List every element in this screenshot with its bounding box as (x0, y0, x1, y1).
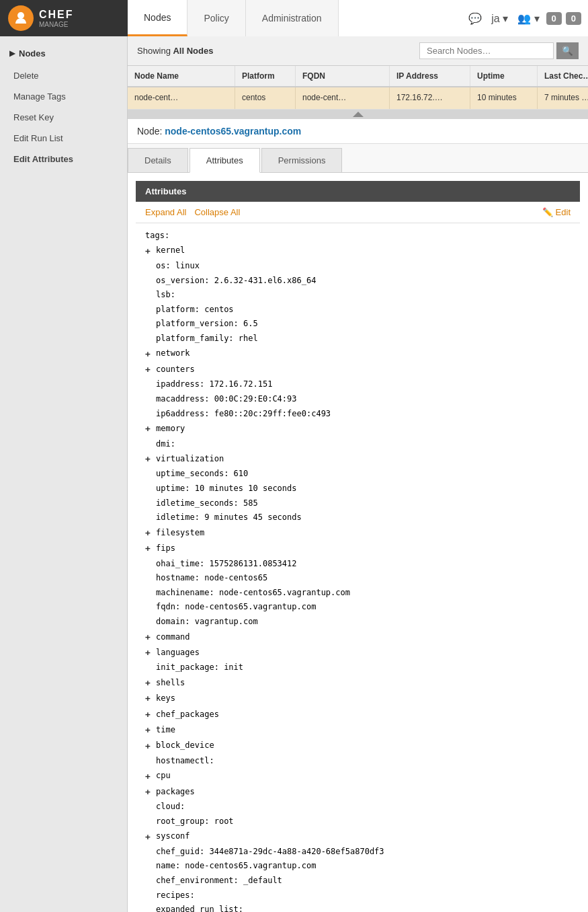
sidebar-item-manage-tags[interactable]: Manage Tags (0, 86, 127, 107)
attr-tree-item[interactable]: + network (145, 346, 571, 362)
badge-1: 0 (546, 12, 562, 25)
attr-tree-item[interactable]: + memory (145, 421, 571, 436)
attr-tree-item: init_package: init (145, 660, 571, 675)
attr-tree-item[interactable]: + block_device (145, 738, 571, 754)
sidebar: ▶ Nodes Delete Manage Tags Reset Key Edi… (0, 36, 128, 912)
cell-platform: centos (235, 87, 296, 109)
attr-tree-item: os: linux (145, 259, 571, 274)
scroll-arrow-icon (353, 112, 364, 117)
showing-text: Showing All Nodes (137, 46, 213, 56)
cell-fqdn: node-cent… (296, 87, 390, 109)
attr-tree-item[interactable]: + packages (145, 784, 571, 800)
detail-tabs: Details Attributes Permissions (128, 144, 588, 173)
chat-icon-button[interactable]: 💬 (466, 9, 485, 28)
sidebar-item-edit-attributes[interactable]: Edit Attributes (0, 149, 127, 169)
cell-uptime: 10 minutes (470, 87, 538, 109)
nav-right: 💬 ja ▾ 👥 ▾ 0 0 (339, 0, 588, 36)
attr-tree-item: expanded_run_list: (145, 903, 571, 912)
expand-icon: + (145, 525, 153, 541)
nav-tab-policy[interactable]: Policy (187, 0, 245, 36)
attr-tree-item: tags: (145, 229, 571, 243)
nodes-table: Node Name Platform FQDN IP Address Uptim… (128, 66, 588, 110)
edit-link[interactable]: ✏️ Edit (542, 207, 571, 217)
nav-tab-administration[interactable]: Administration (246, 0, 339, 36)
table-row[interactable]: node-cent… centos node-cent… 172.16.72.…… (128, 87, 588, 110)
attr-tree-item: cloud: (145, 800, 571, 814)
attr-tree-item[interactable]: + virtualization (145, 451, 571, 467)
attr-tree-item[interactable]: + keys (145, 691, 571, 706)
attr-tree-item: uptime: 10 minutes 10 seconds (145, 482, 571, 496)
expand-icon: + (145, 243, 153, 259)
cell-node-name: node-cent… (128, 87, 235, 109)
expand-icon: + (145, 645, 153, 660)
attr-tree-item: chef_environment: _default (145, 874, 571, 888)
sidebar-item-edit-run-list[interactable]: Edit Run List (0, 128, 127, 149)
sidebar-nodes-heading[interactable]: ▶ Nodes (0, 42, 127, 65)
tab-attributes[interactable]: Attributes (190, 148, 260, 173)
attr-tree-item: lsb: (145, 288, 571, 303)
scroll-hint (128, 110, 588, 119)
attr-tree-item: os_version: 2.6.32-431.el6.x86_64 (145, 274, 571, 289)
attributes-header: Attributes (136, 181, 580, 202)
attr-tree-item[interactable]: + filesystem (145, 525, 571, 541)
sidebar-arrow-icon: ▶ (9, 49, 15, 58)
sidebar-item-delete[interactable]: Delete (0, 65, 127, 86)
expand-icon: + (145, 707, 153, 722)
attr-tree-item: idletime_seconds: 585 (145, 496, 571, 511)
expand-icon: + (145, 675, 153, 691)
attr-tree-item[interactable]: + languages (145, 645, 571, 660)
chef-logo (8, 5, 34, 31)
user-dropdown-button[interactable]: ja ▾ (489, 9, 511, 28)
col-ip: IP Address (390, 66, 470, 86)
expand-icon: + (145, 346, 153, 362)
attr-tree-item[interactable]: + counters (145, 362, 571, 377)
attr-tree-item: platform_family: rhel (145, 332, 571, 346)
collapse-all-link[interactable]: Collapse All (194, 207, 240, 217)
node-header: Node: node-centos65.vagrantup.com (128, 119, 588, 144)
attr-tree-item: ipaddress: 172.16.72.151 (145, 377, 571, 392)
expand-icon: + (145, 691, 153, 706)
expand-icon: + (145, 362, 153, 377)
tab-permissions[interactable]: Permissions (261, 148, 343, 172)
attr-tree-item: ip6address: fe80::20c:29ff:fee0:c493 (145, 407, 571, 422)
expand-icon: + (145, 421, 153, 436)
cell-last-check: 7 minutes … (538, 87, 588, 109)
expand-icon: + (145, 630, 153, 645)
attr-tree-item[interactable]: + fips (145, 541, 571, 556)
attribute-tree: tags:+ kernelos: linuxos_version: 2.6.32… (136, 223, 580, 912)
content-area: Showing All Nodes 🔍 Node Name Platform F… (128, 36, 588, 912)
attr-tree-item: idletime: 9 minutes 45 seconds (145, 510, 571, 525)
attr-tree-item: machinename: node-centos65.vagrantup.com (145, 586, 571, 601)
attr-tree-item[interactable]: + command (145, 630, 571, 645)
attr-tree-item[interactable]: + time (145, 722, 571, 738)
main-layout: ▶ Nodes Delete Manage Tags Reset Key Edi… (0, 36, 588, 912)
people-icon-button[interactable]: 👥 ▾ (515, 9, 542, 28)
attr-tree-item[interactable]: + cpu (145, 769, 571, 784)
logo-text: CHEF MANAGE (39, 9, 74, 28)
attributes-toolbar: Expand All Collapse All ✏️ Edit (136, 202, 580, 223)
edit-pencil-icon: ✏️ (542, 207, 553, 217)
top-nav: CHEF MANAGE Nodes Policy Administration … (0, 0, 588, 36)
svg-point-0 (17, 12, 24, 19)
attr-tree-item[interactable]: + kernel (145, 243, 571, 259)
attr-tree-item[interactable]: + sysconf (145, 829, 571, 845)
expand-icon: + (145, 769, 153, 784)
showing-bar: Showing All Nodes 🔍 (128, 36, 588, 66)
attr-tree-item: macaddress: 00:0C:29:E0:C4:93 (145, 392, 571, 407)
expand-all-link[interactable]: Expand All (145, 207, 186, 217)
attr-tree-item[interactable]: + chef_packages (145, 707, 571, 722)
col-fqdn: FQDN (296, 66, 390, 86)
expand-icon: + (145, 784, 153, 800)
search-input[interactable] (419, 42, 554, 59)
tab-details[interactable]: Details (128, 148, 188, 172)
sidebar-item-reset-key[interactable]: Reset Key (0, 107, 127, 128)
expand-icon: + (145, 451, 153, 467)
cell-ip: 172.16.72.… (390, 87, 470, 109)
attr-tree-item[interactable]: + shells (145, 675, 571, 691)
nav-tab-nodes[interactable]: Nodes (128, 0, 187, 36)
attr-tree-item: dmi: (145, 437, 571, 452)
attr-tree-item: domain: vagrantup.com (145, 615, 571, 630)
expand-icon: + (145, 829, 153, 845)
search-button[interactable]: 🔍 (556, 42, 579, 59)
attr-tree-item: root_group: root (145, 814, 571, 829)
